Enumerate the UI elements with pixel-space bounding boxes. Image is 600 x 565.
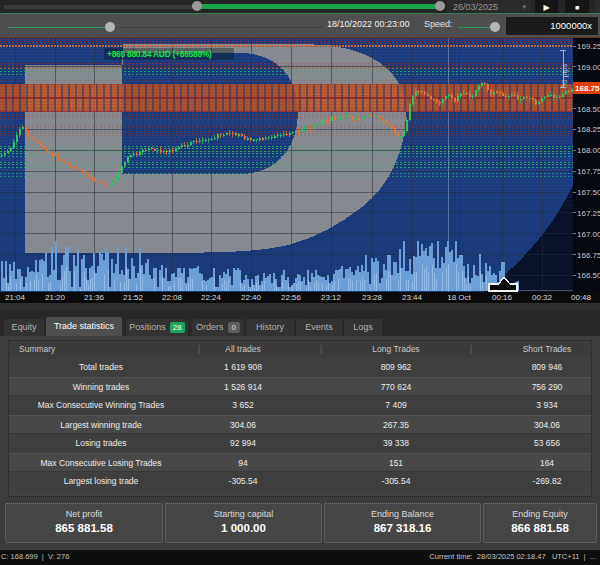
svg-text:168.75: 168.75 (575, 84, 600, 93)
svg-text:168.25: 168.25 (577, 125, 600, 134)
svg-text:167.50: 167.50 (577, 188, 600, 197)
svg-text:23:44: 23:44 (402, 293, 423, 302)
svg-text:22:24: 22:24 (201, 293, 222, 302)
svg-text:169.00: 169.00 (577, 63, 600, 72)
svg-text:23:28: 23:28 (362, 293, 383, 302)
svg-text:168.50: 168.50 (577, 105, 600, 114)
svg-text:00:48: 00:48 (571, 293, 592, 302)
svg-text:169.25: 169.25 (577, 42, 600, 51)
svg-text:166.75: 166.75 (577, 251, 600, 260)
svg-text:22:40: 22:40 (241, 293, 262, 302)
svg-text:167.00: 167.00 (577, 230, 600, 239)
svg-text:18 Oct: 18 Oct (447, 293, 471, 302)
svg-text:00:32: 00:32 (532, 293, 553, 302)
svg-text:+865 880.84 AUD (+86588%): +865 880.84 AUD (+86588%) (107, 49, 212, 59)
svg-text:21:20: 21:20 (45, 293, 66, 302)
svg-text:21:52: 21:52 (123, 293, 144, 302)
svg-text:166.50: 166.50 (577, 271, 600, 280)
svg-text:21:04: 21:04 (5, 293, 26, 302)
svg-text:22:08: 22:08 (162, 293, 183, 302)
svg-text:50 pips: 50 pips (560, 64, 569, 88)
svg-text:00:16: 00:16 (492, 293, 513, 302)
svg-text:22:56: 22:56 (281, 293, 302, 302)
svg-text:167.25: 167.25 (577, 209, 600, 218)
svg-text:21:36: 21:36 (84, 293, 105, 302)
svg-text:167.75: 167.75 (577, 167, 600, 176)
svg-text:23:12: 23:12 (321, 293, 342, 302)
svg-text:168.00: 168.00 (577, 146, 600, 155)
